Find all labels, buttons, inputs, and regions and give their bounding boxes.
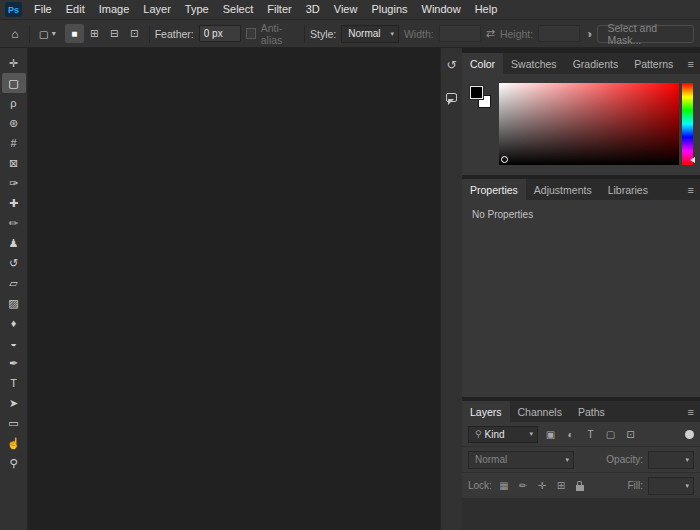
eyedropper-tool[interactable]: ✑ <box>2 173 26 193</box>
gradient-tool[interactable]: ▨ <box>2 293 26 313</box>
hue-slider-marker[interactable] <box>690 157 695 163</box>
type-tool[interactable]: T <box>2 373 26 393</box>
dodge-tool[interactable]: ◒ <box>2 333 26 353</box>
panel-menu-icon[interactable]: ≡ <box>688 184 700 196</box>
path-selection-tool[interactable]: ➤ <box>2 393 26 413</box>
lasso-tool[interactable]: ρ <box>2 93 26 113</box>
tab-gradients[interactable]: Gradients <box>565 53 627 74</box>
tab-libraries[interactable]: Libraries <box>600 179 656 200</box>
new-selection-button[interactable]: ■ <box>65 24 84 43</box>
menu-filter[interactable]: Filter <box>260 0 298 19</box>
menu-view[interactable]: View <box>327 0 365 19</box>
tab-channels[interactable]: Channels <box>510 401 570 422</box>
foreground-background-swatches <box>467 83 499 166</box>
chevron-down-icon: ▾ <box>390 30 394 38</box>
tab-channels-label: Channels <box>518 406 562 418</box>
menu-help[interactable]: Help <box>468 0 505 19</box>
panel-column: Color Swatches Gradients Patterns ≡ <box>462 48 700 530</box>
width-input[interactable] <box>439 25 481 42</box>
clone-stamp-tool[interactable]: ♟ <box>2 233 26 253</box>
layer-filtering-toggle[interactable] <box>685 430 694 439</box>
photoshop-window: Ps File Edit Image Layer Type Select Fil… <box>0 0 700 530</box>
menu-window[interactable]: Window <box>415 0 468 19</box>
add-to-selection-button[interactable]: ⊞ <box>85 24 104 43</box>
history-brush-tool-icon: ↺ <box>9 257 18 270</box>
history-panel-button[interactable]: ↺ <box>443 56 461 74</box>
menu-layer[interactable]: Layer <box>136 0 178 19</box>
menu-edit[interactable]: Edit <box>59 0 92 19</box>
subtract-selection-icon: ⊟ <box>110 28 118 39</box>
rectangle-tool[interactable]: ▭ <box>2 413 26 433</box>
tab-adjustments[interactable]: Adjustments <box>526 179 600 200</box>
spot-healing-brush-tool[interactable]: ✚ <box>2 193 26 213</box>
lock-transparent-pixels-icon[interactable]: ▦ <box>497 480 511 491</box>
filter-pixel-layers-icon[interactable]: ▣ <box>543 429 558 440</box>
lock-position-icon[interactable]: ✛ <box>535 480 549 491</box>
tab-swatches[interactable]: Swatches <box>503 53 565 74</box>
lock-artboard-icon[interactable]: ⊞ <box>554 480 568 491</box>
saturation-brightness-field[interactable] <box>499 83 679 165</box>
home-icon: ⌂ <box>11 27 18 41</box>
filter-shape-layers-icon[interactable]: ▢ <box>603 429 618 440</box>
lock-image-pixels-icon[interactable]: ✏ <box>516 480 530 491</box>
blur-tool[interactable]: ♦ <box>2 313 26 333</box>
hand-tool-icon: ☝ <box>7 437 21 450</box>
foreground-color-swatch[interactable] <box>470 86 483 99</box>
menu-3d[interactable]: 3D <box>299 0 327 19</box>
feather-input[interactable] <box>199 25 241 42</box>
filter-adjustment-layers-icon[interactable]: ◐ <box>563 429 578 440</box>
hue-slider[interactable] <box>682 83 693 165</box>
menu-image[interactable]: Image <box>92 0 137 19</box>
blend-mode-value: Normal <box>475 454 507 465</box>
crop-tool[interactable]: # <box>2 133 26 153</box>
height-input[interactable] <box>538 25 580 42</box>
comments-panel-button[interactable] <box>443 88 461 106</box>
clone-stamp-tool-icon: ♟ <box>9 237 19 250</box>
swap-dimensions-icon[interactable]: ⇄ <box>486 27 495 40</box>
rectangular-marquee-tool[interactable]: ▢ <box>2 73 26 93</box>
canvas-workspace[interactable] <box>28 48 440 530</box>
frame-tool-icon: ⊠ <box>9 157 18 170</box>
fill-label: Fill: <box>627 480 643 491</box>
history-brush-tool[interactable]: ↺ <box>2 253 26 273</box>
move-tool[interactable]: ✛ <box>2 53 26 73</box>
menu-plugins[interactable]: Plugins <box>364 0 414 19</box>
filter-smart-objects-icon[interactable]: ⊡ <box>623 429 638 440</box>
home-button[interactable]: ⌂ <box>6 24 24 44</box>
tab-patterns[interactable]: Patterns <box>626 53 681 74</box>
fill-field[interactable]: ▾ <box>648 477 694 495</box>
menu-type[interactable]: Type <box>178 0 216 19</box>
tab-color[interactable]: Color <box>462 53 503 74</box>
filter-kind-dropdown[interactable]: ⚲ Kind ▾ <box>468 426 538 443</box>
lock-all-icon[interactable] <box>576 485 584 491</box>
pen-tool[interactable]: ✒ <box>2 353 26 373</box>
brush-tool[interactable]: ✏ <box>2 213 26 233</box>
filter-kind-value: Kind <box>485 429 505 440</box>
panel-menu-icon[interactable]: ≡ <box>688 406 700 418</box>
tool-preset-picker[interactable]: ▢ ▾ <box>35 24 60 44</box>
tab-properties[interactable]: Properties <box>462 179 526 200</box>
color-picker-ring[interactable] <box>501 156 508 163</box>
intersect-selection-button[interactable]: ⊡ <box>125 24 144 43</box>
tab-layers[interactable]: Layers <box>462 401 510 422</box>
layers-list[interactable] <box>462 499 700 530</box>
frame-tool[interactable]: ⊠ <box>2 153 26 173</box>
filter-type-layers-icon[interactable]: T <box>583 429 598 440</box>
subtract-from-selection-button[interactable]: ⊟ <box>105 24 124 43</box>
anti-alias-checkbox[interactable] <box>246 28 256 39</box>
style-dropdown[interactable]: Normal ▾ <box>341 25 399 43</box>
collapsed-panel-dock: ↺ <box>440 48 462 530</box>
eraser-tool[interactable]: ▱ <box>2 273 26 293</box>
select-and-mask-button[interactable]: Select and Mask... <box>597 25 694 43</box>
tab-paths-label: Paths <box>578 406 605 418</box>
panel-menu-icon[interactable]: ≡ <box>688 58 700 70</box>
menu-file[interactable]: File <box>27 0 59 19</box>
opacity-field[interactable]: ▾ <box>648 451 694 469</box>
blend-mode-dropdown[interactable]: Normal ▾ <box>468 451 574 469</box>
lasso-tool-icon: ρ <box>10 97 16 109</box>
tab-paths[interactable]: Paths <box>570 401 613 422</box>
zoom-tool[interactable]: ⚲ <box>2 453 26 473</box>
menu-select[interactable]: Select <box>216 0 261 19</box>
hand-tool[interactable]: ☝ <box>2 433 26 453</box>
quick-selection-tool[interactable]: ⊛ <box>2 113 26 133</box>
